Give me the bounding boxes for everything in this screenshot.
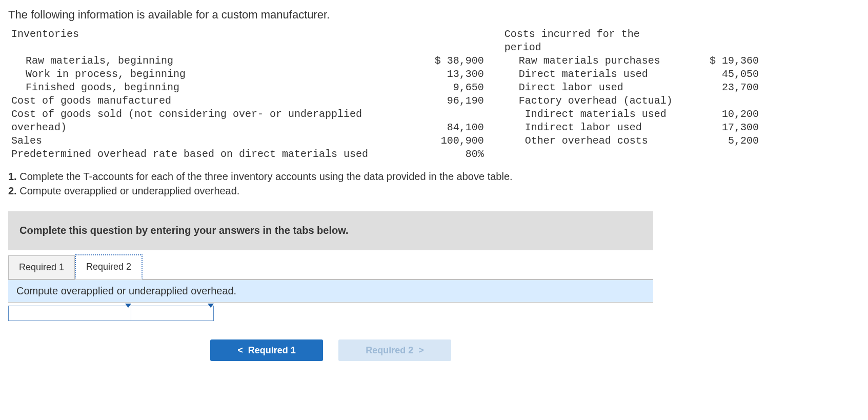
answer-dropdown-1[interactable] <box>8 306 131 321</box>
left-row-value: 80% <box>404 148 487 161</box>
left-row-label: Raw materials, beginning <box>8 54 404 68</box>
right-row-value: 17,300 <box>679 121 762 134</box>
right-row-value: 23,700 <box>679 81 762 94</box>
left-row-label: Work in process, beginning <box>8 68 404 81</box>
right-row-label: Raw materials purchases <box>501 54 679 68</box>
right-row-label: Indirect materials used <box>501 108 679 121</box>
right-row-value: 10,200 <box>679 108 762 121</box>
right-row-value <box>679 94 762 108</box>
subprompt: Compute overapplied or underapplied over… <box>8 279 653 303</box>
left-row-value: 84,100 <box>404 108 487 134</box>
tab-required-1[interactable]: Required 1 <box>8 255 75 279</box>
prev-button-label: Required 1 <box>248 345 296 356</box>
inventories-header: Inventories <box>8 28 404 54</box>
prev-button[interactable]: < Required 1 <box>210 339 323 361</box>
right-row-label: Direct materials used <box>501 68 679 81</box>
intro-text: The following information is available f… <box>8 8 860 22</box>
left-row-label: Predetermined overhead rate based on dir… <box>8 148 404 161</box>
next-button[interactable]: Required 2 > <box>338 339 451 361</box>
right-row-label: Other overhead costs <box>501 134 679 161</box>
right-row-label: Indirect labor used <box>501 121 679 134</box>
right-row-value: $ 19,360 <box>679 54 762 68</box>
q2-text: Compute overapplied or underapplied over… <box>17 185 240 196</box>
instruction-bar: Complete this question by entering your … <box>8 211 653 250</box>
nav-row: < Required 1 Required 2 > <box>8 339 653 361</box>
chevron-right-icon: > <box>418 345 424 356</box>
left-row-label: Sales <box>8 134 404 148</box>
data-table: Inventories Costs incurred for the perio… <box>8 28 762 161</box>
q1-text: Complete the T-accounts for each of the … <box>17 171 513 182</box>
answer-row <box>8 306 653 321</box>
dropdown-caret-icon <box>208 304 214 308</box>
right-row-label: Factory overhead (actual) <box>501 94 679 108</box>
answer-input-2[interactable] <box>131 306 214 321</box>
left-row-value: 13,300 <box>404 68 487 81</box>
next-button-label: Required 2 <box>366 345 413 356</box>
left-row-label: Finished goods, beginning <box>8 81 404 94</box>
dropdown-caret-icon <box>125 304 131 308</box>
left-row-label: Cost of goods sold (not considering over… <box>8 108 404 134</box>
q1-number: 1. <box>8 171 17 182</box>
answer-panel: Complete this question by entering your … <box>8 211 653 361</box>
q2-number: 2. <box>8 185 17 196</box>
costs-header: Costs incurred for the period <box>501 28 679 54</box>
left-row-label: Cost of goods manufactured <box>8 94 404 108</box>
left-row-value: 9,650 <box>404 81 487 94</box>
left-row-value: 100,900 <box>404 134 487 148</box>
right-row-value: 5,200 <box>679 134 762 161</box>
question-list: 1. Complete the T-accounts for each of t… <box>8 169 860 198</box>
tabs-row: Required 1 Required 2 <box>8 250 653 279</box>
right-row-value: 45,050 <box>679 68 762 81</box>
tab-required-2[interactable]: Required 2 <box>75 254 143 279</box>
chevron-left-icon: < <box>237 345 243 356</box>
left-row-value: 96,190 <box>404 94 487 108</box>
right-row-label: Direct labor used <box>501 81 679 94</box>
left-row-value: $ 38,900 <box>404 54 487 68</box>
